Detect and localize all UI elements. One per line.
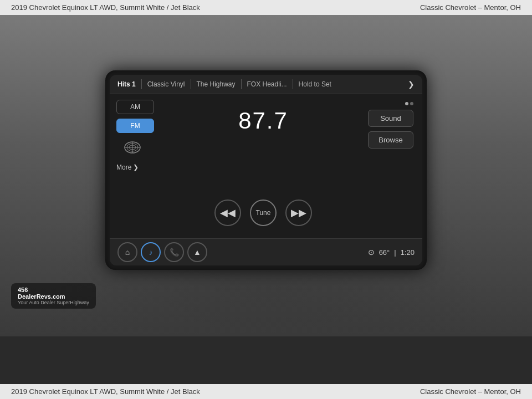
infotainment-screen-container: Hits 1 Classic Vinyl The Highway FOX Hea…: [105, 70, 427, 270]
presets-bar: Hits 1 Classic Vinyl The Highway FOX Hea…: [110, 75, 422, 94]
screen-bezel: Hits 1 Classic Vinyl The Highway FOX Hea…: [105, 70, 427, 270]
watermark-tagline: Your Auto Dealer SuperHighway: [18, 300, 89, 305]
home-icon: ⌂: [125, 248, 130, 257]
sound-button[interactable]: Sound: [368, 110, 413, 127]
dot-2: [410, 102, 413, 105]
preset-fox[interactable]: FOX Headli...: [242, 79, 293, 89]
temperature-display: 66°: [379, 248, 390, 257]
prev-icon: ◀◀: [220, 207, 236, 219]
siriusxm-button[interactable]: [119, 137, 146, 157]
browse-button[interactable]: Browse: [368, 131, 413, 149]
nav-icons: ⌂ ♪ 📞 ▲: [117, 242, 207, 262]
phone-icon: 📞: [170, 248, 179, 257]
time-display: 1:20: [401, 248, 415, 257]
center-area: 87.7 ◀◀ Tune ▶▶: [166, 100, 360, 233]
dot-1: [405, 102, 408, 105]
next-icon: ▶▶: [291, 207, 306, 219]
prev-button[interactable]: ◀◀: [214, 200, 241, 226]
am-button[interactable]: AM: [116, 100, 154, 114]
playback-controls: ◀◀ Tune ▶▶: [214, 200, 312, 226]
screen: Hits 1 Classic Vinyl The Highway FOX Hea…: [110, 75, 422, 265]
navigation-nav-button[interactable]: ▲: [187, 242, 207, 262]
next-button[interactable]: ▶▶: [285, 200, 312, 226]
preset-next-arrow[interactable]: ❯: [408, 80, 415, 89]
music-nav-button[interactable]: ♪: [141, 242, 161, 262]
watermark-site: DealerRevs.com: [18, 293, 89, 300]
dots-indicator: [405, 102, 413, 105]
home-nav-button[interactable]: ⌂: [117, 242, 137, 262]
top-caption-left: 2019 Chevrolet Equinox LT AWD, Summit Wh…: [11, 3, 200, 12]
bottom-caption: 2019 Chevrolet Equinox LT AWD, Summit Wh…: [0, 384, 532, 399]
music-icon: ♪: [149, 248, 153, 257]
preset-highway[interactable]: The Highway: [191, 79, 242, 89]
bottom-caption-left: 2019 Chevrolet Equinox LT AWD, Summit Wh…: [11, 387, 200, 396]
top-caption: 2019 Chevrolet Equinox LT AWD, Summit Wh…: [0, 0, 532, 15]
main-content: AM FM: [110, 94, 422, 238]
bottom-nav-bar: ⌂ ♪ 📞 ▲ ⊙ 66°: [110, 238, 422, 265]
fm-button[interactable]: FM: [116, 119, 154, 133]
top-caption-right: Classic Chevrolet – Mentor, OH: [420, 3, 521, 12]
action-sidebar: Sound Browse: [366, 100, 416, 233]
tune-button[interactable]: Tune: [250, 200, 277, 226]
source-sidebar: AM FM: [116, 100, 161, 233]
time-separator: |: [394, 248, 396, 257]
watermark: 456 DealerRevs.com Your Auto Dealer Supe…: [11, 283, 96, 309]
preset-hits1[interactable]: Hits 1: [117, 79, 142, 89]
status-bar: ⊙ 66° | 1:20: [368, 248, 415, 257]
preset-classic-vinyl[interactable]: Classic Vinyl: [142, 79, 191, 89]
preset-hold[interactable]: Hold to Set: [293, 79, 337, 89]
photo-area: Hits 1 Classic Vinyl The Highway FOX Hea…: [0, 15, 532, 336]
nav-icon: ▲: [193, 248, 201, 257]
bottom-caption-right: Classic Chevrolet – Mentor, OH: [420, 387, 521, 396]
more-button[interactable]: More ❯: [116, 161, 161, 173]
location-icon: ⊙: [368, 248, 375, 257]
watermark-numbers: 456: [18, 287, 89, 293]
frequency-display: 87.7: [238, 108, 288, 134]
phone-nav-button[interactable]: 📞: [164, 242, 184, 262]
